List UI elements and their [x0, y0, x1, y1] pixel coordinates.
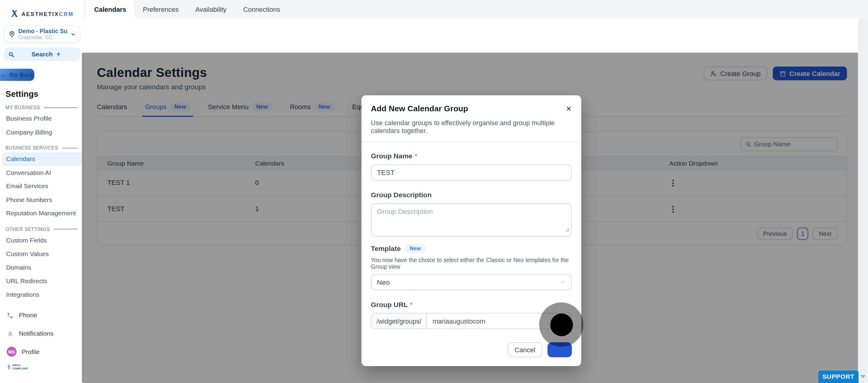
- brand-logo[interactable]: AESTHETIXCRM: [0, 7, 84, 19]
- sidebar-footer: Phone Notifications MS Profile ⚕ HIPAA C…: [0, 308, 84, 371]
- sidebar-item-company-billing[interactable]: Company Billing: [2, 125, 82, 139]
- brand-name: AESTHETIX: [22, 11, 59, 17]
- bell-icon: [7, 330, 14, 337]
- sidebar-item-notifications[interactable]: Notifications: [0, 326, 84, 341]
- cursor-dot: [550, 313, 572, 336]
- tab-calendars[interactable]: Calendars: [86, 0, 135, 19]
- sidebar-item-calendars[interactable]: Calendars: [2, 152, 82, 166]
- sidebar-item-url-redirects[interactable]: URL Redirects: [2, 274, 82, 288]
- hipaa-compliant-badge: ⚕ HIPAA COMPLIANT: [7, 364, 84, 371]
- sidebar-search[interactable]: Search: [4, 48, 80, 61]
- section-header-my-business: MY BUSINESS: [5, 105, 78, 110]
- template-helper-text: You now have the choice to select either…: [371, 256, 572, 270]
- sidebar-item-phone-numbers[interactable]: Phone Numbers: [2, 193, 82, 207]
- avatar: MS: [7, 347, 17, 357]
- sidebar-item-custom-values[interactable]: Custom Values: [2, 247, 82, 261]
- location-name: Demo - Plastic Sur...: [19, 28, 67, 34]
- modal-description: Use calendar groups to effectively organ…: [361, 113, 581, 135]
- group-name-input[interactable]: [371, 165, 572, 181]
- search-icon: [8, 51, 29, 57]
- sidebar-item-conversation-ai[interactable]: Conversation AI: [2, 166, 82, 179]
- sidebar-item-business-profile[interactable]: Business Profile: [2, 112, 82, 125]
- sidebar: AESTHETIXCRM Demo - Plastic Sur... Green…: [0, 0, 84, 383]
- sidebar-scrollbar[interactable]: [82, 53, 84, 383]
- sidebar-item-email-services[interactable]: Email Services: [2, 179, 82, 193]
- sidebar-item-profile[interactable]: MS Profile: [0, 345, 84, 359]
- sidebar-search-label: Search: [31, 51, 53, 58]
- tab-availability[interactable]: Availability: [187, 0, 235, 19]
- cancel-button[interactable]: Cancel: [507, 342, 542, 357]
- new-badge: New: [405, 244, 425, 253]
- close-icon[interactable]: ✕: [566, 105, 572, 112]
- scroll-down-arrow-icon[interactable]: [860, 375, 866, 378]
- page-scrollbar-track[interactable]: [858, 19, 868, 383]
- top-navigation: Calendars Preferences Availability Conne…: [84, 0, 868, 19]
- group-name-label: Group Name: [371, 152, 412, 160]
- lightning-icon: [56, 51, 76, 58]
- section-header-business-services: BUSINESS SERVICES: [5, 145, 78, 150]
- group-description-label: Group Description: [371, 191, 432, 199]
- chevron-down-icon: [560, 279, 566, 285]
- location-city: Greenville, SC: [19, 34, 67, 40]
- required-asterisk: *: [415, 152, 417, 160]
- modal-title: Add New Calendar Group: [371, 104, 468, 113]
- cursor-highlight-overlay: [539, 302, 584, 347]
- required-asterisk: *: [410, 301, 412, 308]
- back-arrow-icon: ←: [0, 71, 7, 79]
- group-url-prefix: /widget/groups/: [371, 314, 427, 329]
- sidebar-item-domains[interactable]: Domains: [2, 261, 82, 274]
- template-label: Template: [371, 245, 401, 253]
- section-header-other-settings: OTHER SETTINGS: [5, 226, 78, 232]
- template-select[interactable]: Neo: [371, 274, 572, 290]
- brand-suffix: CRM: [59, 11, 74, 17]
- location-selector[interactable]: Demo - Plastic Sur... Greenville, SC: [4, 25, 80, 42]
- settings-nav: MY BUSINESS Business Profile Company Bil…: [0, 105, 84, 301]
- sidebar-item-custom-fields[interactable]: Custom Fields: [2, 233, 82, 247]
- group-url-label: Group URL: [371, 301, 408, 308]
- brand-logo-icon: [10, 9, 19, 18]
- tab-preferences[interactable]: Preferences: [134, 0, 187, 19]
- chevron-down-icon: [70, 31, 76, 37]
- sidebar-item-reputation-management[interactable]: Reputation Management: [2, 207, 82, 220]
- location-pin-icon: [8, 30, 16, 38]
- support-button[interactable]: SUPPORT: [818, 370, 859, 383]
- sidebar-item-integrations[interactable]: Integrations: [2, 288, 82, 301]
- group-description-textarea[interactable]: [371, 203, 572, 236]
- go-back-button[interactable]: ← Go Back: [0, 69, 34, 81]
- phone-icon: [7, 312, 14, 319]
- settings-heading: Settings: [5, 89, 84, 98]
- app-root: Calendars Preferences Availability Conne…: [0, 0, 868, 383]
- tab-connections[interactable]: Connections: [235, 0, 288, 19]
- sidebar-item-phone[interactable]: Phone: [0, 308, 84, 322]
- caduceus-icon: ⚕: [7, 364, 11, 371]
